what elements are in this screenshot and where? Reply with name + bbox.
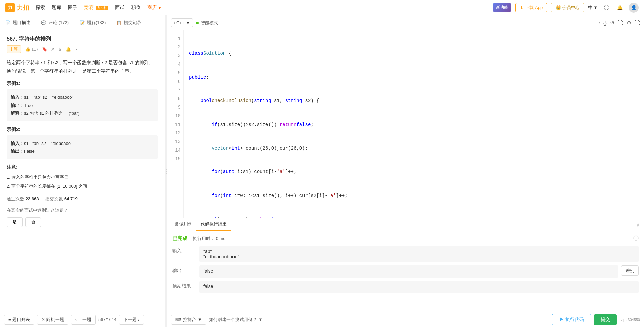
collapse-result-icon[interactable]: ∨ [636, 221, 640, 228]
note-item-1: 1. 输入的字符串只包含小写字母 [7, 173, 158, 182]
nav-item-problems[interactable]: 题库 [52, 5, 61, 11]
settings-icon[interactable]: ⚙ [627, 19, 631, 26]
expand-icon[interactable]: ⛶ [602, 3, 611, 12]
code-editor[interactable]: 1 2 3 4 5 6 7 8 9 10 11 12 13 14 15 clas… [167, 30, 644, 218]
language-selector[interactable]: 中 ▼ [588, 5, 598, 11]
how-to-create-testcase-button[interactable]: 如何创建一个测试用例？ ▼ [209, 317, 263, 323]
code-format-icon[interactable]: {} [603, 20, 607, 26]
nav-item-interview[interactable]: 面试 [115, 5, 124, 11]
tab-execution-result[interactable]: 代码执行结果 [196, 218, 231, 231]
left-bottom-bar: ≡ 题目列表 ✕ 随机一题 ‹ 上一题 567/1614 下一题 › [0, 312, 165, 327]
nav-item-shop[interactable]: 商店 ▼ [147, 5, 162, 11]
notification-icon[interactable]: 🔔 [615, 3, 624, 12]
tab-comments[interactable]: 💬 评论 (172) [36, 15, 74, 30]
code-line-1: class Solution { [189, 49, 639, 58]
avatar[interactable]: 👤 [629, 3, 639, 13]
line-num-1: 1 [170, 34, 181, 43]
nav-item-contest[interactable]: 竞赛 力扣杯 [84, 5, 108, 11]
output-value: false [199, 265, 618, 278]
yes-button[interactable]: 是 [7, 217, 23, 227]
problem-list-button[interactable]: ≡ 题目列表 [4, 315, 34, 325]
like-button[interactable]: 👍 117 [25, 47, 39, 52]
ex1-explain: 解释：s2 包含 s1 的排列之一 ("ba"). [11, 109, 154, 117]
code-text[interactable]: class Solution { public: bool checkInclu… [184, 30, 644, 218]
vip-center-button[interactable]: 👑 会员中心 [551, 3, 584, 12]
console-chevron: ▼ [198, 317, 202, 322]
submit-button[interactable]: 提交 [594, 314, 617, 325]
run-code-button[interactable]: ▶ 执行代码 [552, 314, 591, 325]
bottom-right-actions: ▶ 执行代码 提交 vip. 304550 [552, 314, 640, 325]
input-label: 输入 [172, 246, 199, 254]
pass-count: 通过次数 22,663 [7, 196, 39, 202]
bell-button[interactable]: 🔔 [66, 47, 71, 52]
problem-description: 给定两个字符串 s1 和 s2，写一个函数来判断 s2 是否包含 s1 的排列。… [7, 58, 158, 75]
line-num-7: 7 [170, 86, 181, 95]
toolbar-right: i {} ↺ ⛶ ⚙ ⛶ [599, 19, 640, 26]
input-row: 输入 "ab" "eidbqaooobooo" [172, 246, 639, 262]
console-icon: ⌨ [175, 317, 182, 322]
no-button[interactable]: 否 [25, 217, 41, 227]
example2-title: 示例2: [7, 127, 158, 133]
diff-button[interactable]: 差别 [621, 265, 639, 276]
download-app-button[interactable]: ⬇ 下载 App [515, 3, 547, 12]
result-help-icon[interactable]: ⓘ [633, 235, 639, 242]
note-item-2: 2. 两个字符串的长度都在 [1, 10,000] 之间 [7, 182, 158, 191]
line-num-9: 9 [170, 103, 181, 112]
random-icon: ✕ [41, 317, 45, 322]
output-label: 输出 [172, 265, 199, 274]
nav-item-explore[interactable]: 探索 [36, 5, 45, 11]
description-icon: 📄 [5, 20, 11, 25]
solution-icon: 📝 [79, 20, 85, 25]
example1-title: 示例1: [7, 81, 158, 87]
line-num-6: 6 [170, 77, 181, 86]
difficulty-badge: 中等 [7, 45, 21, 53]
nav-right-section: 新功能 ⬇ 下载 App 👑 会员中心 中 ▼ ⛶ 🔔 👤 [493, 3, 639, 13]
new-feature-button[interactable]: 新功能 [493, 3, 511, 12]
bottom-tab-bar: 测试用例 代码执行结果 ∨ [167, 218, 644, 231]
logo[interactable]: 力 力扣 [5, 3, 29, 12]
tab-problem-description[interactable]: 📄 题目描述 [0, 15, 36, 30]
fullscreen-icon[interactable]: ⛶ [635, 20, 640, 26]
exec-time: 执行用时： 0 ms [193, 236, 225, 242]
console-button[interactable]: ⌨ 控制台 ▼ [171, 315, 206, 325]
nav-item-jobs[interactable]: 职位 [131, 5, 141, 11]
user-count: vip. 304550 [621, 318, 640, 322]
example2-box: 输入：s1= "ab" s2 = "eidboaoo" 输出：False [7, 135, 158, 159]
difficulty-row: 中等 👍 117 🔖 ↗ 文 🔔 ⋯ [7, 45, 158, 53]
note-title: 注意: [7, 164, 158, 170]
download-icon: ⬇ [520, 5, 524, 10]
test-result-panel: 已完成 执行用时： 0 ms ⓘ 输入 "ab" "eidbqaooobooo"… [167, 231, 644, 312]
line-num-10: 10 [170, 112, 181, 120]
input-value: "ab" "eidbqaooobooo" [199, 246, 639, 262]
logo-icon: 力 [5, 3, 15, 12]
random-problem-button[interactable]: ✕ 随机一题 [37, 315, 68, 325]
code-line-4: if(s1.size()>s2.size()) return false; [189, 120, 639, 129]
code-line-8: if(cur==count) return true; [189, 215, 639, 218]
line-num-12: 12 [170, 129, 181, 138]
line-num-2: 2 [170, 43, 181, 52]
translate-button[interactable]: 文 [58, 46, 62, 52]
italic-icon[interactable]: i [599, 20, 600, 26]
ex2-output: 输出：False [11, 147, 154, 155]
share-button[interactable]: ↗ [51, 47, 55, 52]
prev-problem-button[interactable]: ‹ 上一题 [71, 315, 96, 325]
code-line-5: vector<int> count(26,0),cur(26,0); [189, 144, 639, 153]
next-problem-button[interactable]: 下一题 › [119, 315, 144, 325]
next-icon: › [138, 317, 139, 322]
nav-item-community[interactable]: 圈子 [68, 5, 77, 11]
line-num-3: 3 [170, 51, 181, 60]
reset-icon[interactable]: ↺ [610, 19, 614, 26]
example1-box: 输入：s1 = "ab" s2 = "eidbaooo" 输出：True 解释：… [7, 89, 158, 121]
language-selector[interactable]: i C++ ▼ [171, 18, 193, 27]
bookmark-button[interactable]: 🔖 [42, 47, 47, 52]
expand-icon[interactable]: ⛶ [618, 20, 623, 26]
desc-line2: 换句话说，第一个字符串的排列之一是第二个字符串的子串。 [7, 67, 158, 75]
desc-line1: 给定两个字符串 s1 和 s2，写一个函数来判断 s2 是否包含 s1 的排列。 [7, 58, 158, 67]
tab-test-cases[interactable]: 测试用例 [171, 218, 196, 231]
line-num-4: 4 [170, 60, 181, 69]
tab-solutions[interactable]: 📝 题解(132) [74, 15, 111, 30]
how-chevron: ▼ [258, 317, 263, 322]
result-status: 已完成 [172, 235, 187, 242]
tab-submissions[interactable]: 📋 提交记录 [111, 15, 147, 30]
more-button[interactable]: ⋯ [74, 47, 79, 52]
